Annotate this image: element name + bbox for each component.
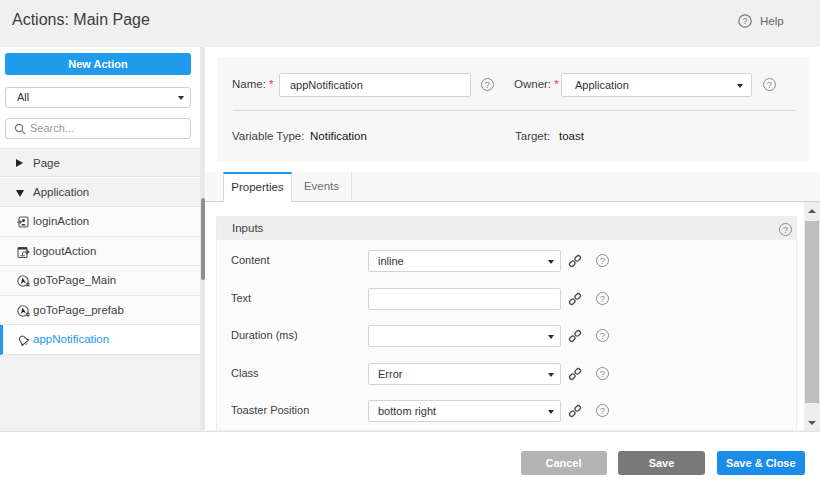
svg-text:?: ?: [742, 16, 747, 26]
